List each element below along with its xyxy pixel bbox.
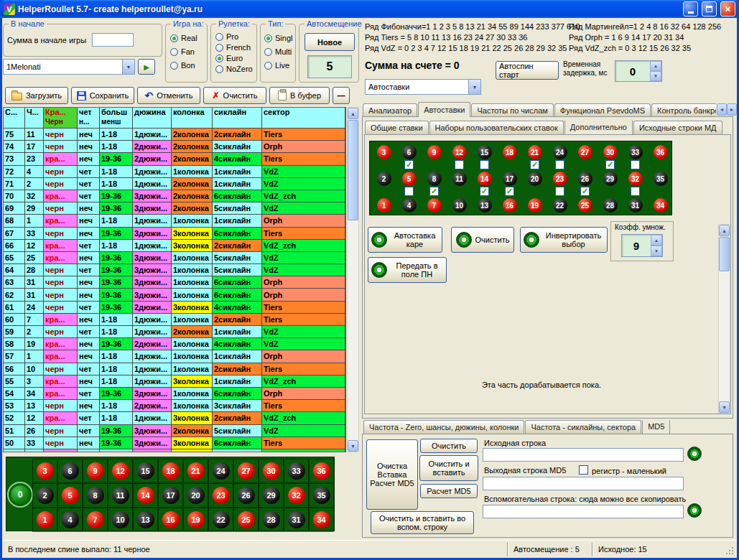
board-number-19[interactable]: 19 [187,511,205,528]
board-number-17[interactable]: 17 [503,172,517,186]
board-number-20[interactable]: 20 [528,172,542,186]
delay-spinner[interactable]: 0 ▲ ▼ [615,60,662,82]
spin-row-73[interactable]: 7323кра...неч19-362дюжи...2колонка4сикла… [4,153,346,165]
board-number-30[interactable]: 30 [603,145,618,159]
spin-row-58[interactable]: 5819кра...неч19-362дюжи...1колонка4сикла… [4,338,346,350]
board-number-10[interactable]: 10 [452,198,467,213]
board-number-24[interactable]: 24 [213,462,230,480]
close-button[interactable]: × [720,1,735,17]
column-header[interactable]: С... [4,108,25,129]
radio-french[interactable]: French [215,43,253,52]
profile-combobox[interactable]: 1Melonati ▼ [3,59,135,75]
board-number-11[interactable]: 11 [452,172,467,186]
board-number-zero[interactable]: 0 [11,485,29,504]
board-number-33[interactable]: 33 [288,462,305,480]
radio-euro[interactable]: Euro [215,54,253,62]
resize-grip[interactable] [732,553,733,554]
column-header[interactable]: сектор [262,108,345,129]
board-number-15[interactable]: 15 [137,462,154,480]
register-checkbox[interactable] [579,465,588,475]
column-header[interactable]: сиклайн [213,108,262,129]
radio-live[interactable]: Live [264,61,292,70]
board-number-23[interactable]: 23 [553,172,567,186]
undo-button[interactable]: ↶ Отменить [137,87,200,104]
play-button[interactable]: ▶ [138,59,155,75]
md5-clear-button[interactable]: Очистить [420,439,478,453]
board-number-36[interactable]: 36 [654,145,668,159]
tab-md5[interactable]: MD5 [642,420,670,434]
tab-наборы-пользовательских-ставок[interactable]: Наборы пользовательских ставок [429,121,564,134]
board-number-2[interactable]: 2 [377,172,391,186]
board-number-20[interactable]: 20 [187,487,205,504]
radio-bon[interactable]: Bon [170,61,197,70]
clear-selection-button[interactable]: Очистить [451,227,514,253]
board-number-32[interactable]: 32 [628,172,643,186]
board-number-8[interactable]: 8 [427,172,442,186]
spin-row-57[interactable]: 571кра...неч1-181дюжи...1колонка1сиклайн… [4,350,346,363]
radio-real[interactable]: Real [170,34,197,42]
board-number-19[interactable]: 19 [528,198,542,213]
spin-row-49[interactable]: 4918кра...чет1-182дюжи...3колонка3сиклай… [4,449,346,452]
column-header[interactable]: Кра...Черн [44,108,78,129]
chevron-down-icon[interactable]: ▼ [468,80,480,94]
bet-checkbox-checked[interactable]: ✓ [580,187,590,196]
tab-scroll-left-icon[interactable]: ◄ [717,103,727,116]
tab-scroll-right-icon[interactable]: ► [727,103,737,116]
board-number-26[interactable]: 26 [238,487,255,504]
spin-row-70[interactable]: 7032кра...чет19-363дюжи...2колонка6сикла… [4,190,346,202]
tab-общие-ставки[interactable]: Общие ставки [365,121,429,134]
scrollbar-thumb[interactable] [719,237,730,271]
board-number-14[interactable]: 14 [478,172,492,186]
scroll-down-icon[interactable]: ▼ [719,401,730,413]
board-number-18[interactable]: 18 [162,462,180,480]
bet-checkbox[interactable] [631,160,640,169]
board-number-17[interactable]: 17 [162,487,180,504]
board-number-13[interactable]: 13 [137,511,154,528]
board-number-12[interactable]: 12 [112,462,129,480]
autobets-combobox[interactable]: Автоставки ▼ [365,79,481,95]
tab-частота-сиклайны-сектора[interactable]: Частота - сиклайны, сектора [525,420,641,434]
spin-row-53[interactable]: 5313черннеч1-182дюжи...1колонка3сиклайнT… [4,400,346,412]
bet-checkbox-checked[interactable]: ✓ [404,160,414,169]
radio-singl[interactable]: Singl [264,34,292,42]
collapse-button[interactable]: — [333,87,350,104]
tab-частота-zero-шансы-дюжины-колонки[interactable]: Частота - Zero, шансы, дюжины, колонки [363,420,524,434]
load-button[interactable]: Загрузить [5,87,68,104]
spin-up-icon[interactable]: ▲ [650,61,661,71]
column-header[interactable]: дюжина [133,108,172,129]
board-number-18[interactable]: 18 [503,145,517,159]
spin-row-51[interactable]: 5126чернчет19-363дюжи...2колонка5сиклайн… [4,425,346,437]
transfer-to-pn-button[interactable]: Передать в поле ПН [368,257,447,283]
board-number-7[interactable]: 7 [427,198,442,213]
spin-row-65[interactable]: 6525кра...неч19-363дюжи...1колонка5сикла… [4,252,346,264]
spin-row-74[interactable]: 7417черннеч1-182дюжи...2колонка3сиклайнO… [4,141,346,153]
board-number-15[interactable]: 15 [478,145,492,159]
md5-output-input[interactable] [483,477,684,490]
md5-big-button[interactable]: Очистка Вставка Расчет MD5 [366,439,418,510]
spin-down-icon[interactable]: ▼ [651,246,662,256]
board-number-29[interactable]: 29 [263,487,280,504]
board-number-16[interactable]: 16 [162,511,180,528]
spin-row-50[interactable]: 5033черннеч19-363дюжи...3колонка6сиклайн… [4,437,346,449]
board-number-2[interactable]: 2 [37,487,54,504]
bet-checkbox[interactable] [404,187,414,196]
board-number-8[interactable]: 8 [87,487,104,504]
board-number-10[interactable]: 10 [112,511,129,528]
coeff-spinner[interactable]: 9 ▲ ▼ [621,234,663,257]
bet-checkbox[interactable] [631,187,640,196]
spin-row-72[interactable]: 724чернчет1-181дюжи...1колонка1сиклайнVd… [4,166,346,178]
board-number-30[interactable]: 30 [263,462,280,480]
column-header[interactable]: колонка [172,108,213,129]
bet-checkbox[interactable] [555,187,564,196]
bet-checkbox-checked[interactable]: ✓ [429,187,439,196]
radio-fan[interactable]: Fan [170,47,197,56]
board-number-34[interactable]: 34 [313,511,330,528]
board-number-21[interactable]: 21 [528,145,542,159]
md5-calc-button[interactable]: Расчет MD5 [420,484,478,498]
tab-автоставки[interactable]: Автоставки [418,102,470,117]
to-buffer-button[interactable]: В буфер [269,87,330,104]
board-number-31[interactable]: 31 [288,511,305,528]
spin-row-56[interactable]: 5610чернчет1-181дюжи...1колонка2сиклайнT… [4,363,346,375]
spin-row-66[interactable]: 6612кра...чет1-181дюжи...3колонка2сиклай… [4,240,346,252]
scroll-up-icon[interactable]: ▲ [719,225,730,236]
